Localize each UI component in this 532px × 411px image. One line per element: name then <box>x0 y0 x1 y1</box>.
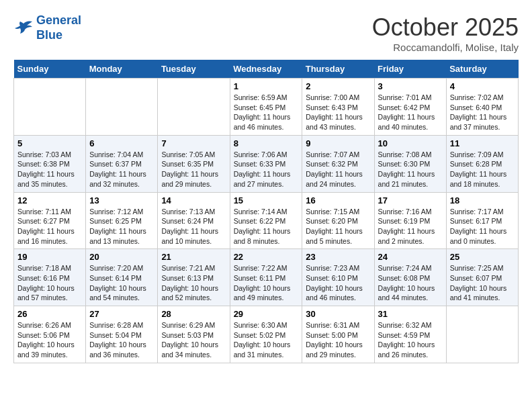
title-block: October 2025 Roccamandolfi, Molise, Ital… <box>372 13 519 53</box>
logo-icon <box>13 20 34 36</box>
day-info: Sunrise: 7:00 AM Sunset: 6:43 PM Dayligh… <box>306 93 370 132</box>
calendar-cell: 3Sunrise: 7:01 AM Sunset: 6:42 PM Daylig… <box>374 79 446 136</box>
calendar-cell: 22Sunrise: 7:22 AM Sunset: 6:11 PM Dayli… <box>230 249 302 306</box>
calendar-cell: 13Sunrise: 7:12 AM Sunset: 6:25 PM Dayli… <box>86 192 158 249</box>
calendar-cell: 12Sunrise: 7:11 AM Sunset: 6:27 PM Dayli… <box>14 192 86 249</box>
day-number: 26 <box>17 309 82 319</box>
day-info: Sunrise: 7:21 AM Sunset: 6:13 PM Dayligh… <box>161 263 226 303</box>
weekday-header: Thursday <box>302 60 374 79</box>
day-number: 30 <box>306 309 370 319</box>
calendar-cell <box>86 79 158 136</box>
calendar-table: SundayMondayTuesdayWednesdayThursdayFrid… <box>13 60 519 363</box>
day-info: Sunrise: 6:31 AM Sunset: 5:00 PM Dayligh… <box>306 320 370 360</box>
day-info: Sunrise: 6:32 AM Sunset: 4:59 PM Dayligh… <box>378 320 443 360</box>
calendar-cell: 27Sunrise: 6:28 AM Sunset: 5:04 PM Dayli… <box>86 306 158 363</box>
day-number: 24 <box>378 252 443 262</box>
day-info: Sunrise: 7:20 AM Sunset: 6:14 PM Dayligh… <box>89 263 154 303</box>
day-info: Sunrise: 7:08 AM Sunset: 6:30 PM Dayligh… <box>378 150 443 189</box>
day-number: 10 <box>378 138 443 148</box>
logo: General Blue <box>13 13 81 42</box>
day-number: 20 <box>89 252 154 262</box>
location: Roccamandolfi, Molise, Italy <box>372 42 519 53</box>
day-info: Sunrise: 7:14 AM Sunset: 6:22 PM Dayligh… <box>234 207 299 246</box>
day-info: Sunrise: 7:16 AM Sunset: 6:19 PM Dayligh… <box>378 207 443 246</box>
day-number: 3 <box>378 81 443 91</box>
calendar-cell: 5Sunrise: 7:03 AM Sunset: 6:38 PM Daylig… <box>14 135 86 192</box>
calendar-cell: 4Sunrise: 7:02 AM Sunset: 6:40 PM Daylig… <box>446 79 518 136</box>
weekday-header: Friday <box>374 60 446 79</box>
day-info: Sunrise: 7:02 AM Sunset: 6:40 PM Dayligh… <box>450 93 515 132</box>
calendar-cell: 28Sunrise: 6:29 AM Sunset: 5:03 PM Dayli… <box>158 306 230 363</box>
calendar-cell: 8Sunrise: 7:06 AM Sunset: 6:33 PM Daylig… <box>230 135 302 192</box>
day-info: Sunrise: 6:30 AM Sunset: 5:02 PM Dayligh… <box>234 320 299 360</box>
calendar-week-row: 12Sunrise: 7:11 AM Sunset: 6:27 PM Dayli… <box>14 192 519 249</box>
calendar-cell: 20Sunrise: 7:20 AM Sunset: 6:14 PM Dayli… <box>86 249 158 306</box>
day-number: 5 <box>17 138 82 148</box>
day-number: 22 <box>234 252 299 262</box>
day-number: 8 <box>234 138 299 148</box>
day-info: Sunrise: 6:26 AM Sunset: 5:06 PM Dayligh… <box>17 320 82 360</box>
day-info: Sunrise: 7:04 AM Sunset: 6:37 PM Dayligh… <box>89 150 154 189</box>
weekday-header: Monday <box>86 60 158 79</box>
day-number: 28 <box>161 309 226 319</box>
calendar-cell: 10Sunrise: 7:08 AM Sunset: 6:30 PM Dayli… <box>374 135 446 192</box>
calendar-cell: 2Sunrise: 7:00 AM Sunset: 6:43 PM Daylig… <box>302 79 374 136</box>
calendar-cell: 6Sunrise: 7:04 AM Sunset: 6:37 PM Daylig… <box>86 135 158 192</box>
month-title: October 2025 <box>372 13 519 42</box>
day-number: 4 <box>450 81 515 91</box>
calendar-week-row: 19Sunrise: 7:18 AM Sunset: 6:16 PM Dayli… <box>14 249 519 306</box>
day-number: 25 <box>450 252 515 262</box>
calendar-cell: 9Sunrise: 7:07 AM Sunset: 6:32 PM Daylig… <box>302 135 374 192</box>
calendar-week-row: 5Sunrise: 7:03 AM Sunset: 6:38 PM Daylig… <box>14 135 519 192</box>
calendar-cell: 18Sunrise: 7:17 AM Sunset: 6:17 PM Dayli… <box>446 192 518 249</box>
calendar-cell: 23Sunrise: 7:23 AM Sunset: 6:10 PM Dayli… <box>302 249 374 306</box>
calendar-cell: 30Sunrise: 6:31 AM Sunset: 5:00 PM Dayli… <box>302 306 374 363</box>
calendar-cell: 26Sunrise: 6:26 AM Sunset: 5:06 PM Dayli… <box>14 306 86 363</box>
calendar-cell: 31Sunrise: 6:32 AM Sunset: 4:59 PM Dayli… <box>374 306 446 363</box>
weekday-header: Tuesday <box>158 60 230 79</box>
calendar-week-row: 1Sunrise: 6:59 AM Sunset: 6:45 PM Daylig… <box>14 79 519 136</box>
day-info: Sunrise: 7:22 AM Sunset: 6:11 PM Dayligh… <box>234 263 299 303</box>
calendar-cell <box>446 306 518 363</box>
day-number: 2 <box>306 81 370 91</box>
calendar-cell <box>14 79 86 136</box>
day-number: 17 <box>378 195 443 205</box>
day-number: 23 <box>306 252 370 262</box>
day-number: 19 <box>17 252 82 262</box>
calendar-cell <box>158 79 230 136</box>
calendar-cell: 14Sunrise: 7:13 AM Sunset: 6:24 PM Dayli… <box>158 192 230 249</box>
day-info: Sunrise: 7:24 AM Sunset: 6:08 PM Dayligh… <box>378 263 443 303</box>
day-info: Sunrise: 7:17 AM Sunset: 6:17 PM Dayligh… <box>450 207 515 246</box>
day-number: 14 <box>161 195 226 205</box>
calendar-cell: 21Sunrise: 7:21 AM Sunset: 6:13 PM Dayli… <box>158 249 230 306</box>
calendar-cell: 24Sunrise: 7:24 AM Sunset: 6:08 PM Dayli… <box>374 249 446 306</box>
day-info: Sunrise: 7:11 AM Sunset: 6:27 PM Dayligh… <box>17 207 82 246</box>
calendar-cell: 1Sunrise: 6:59 AM Sunset: 6:45 PM Daylig… <box>230 79 302 136</box>
calendar-cell: 17Sunrise: 7:16 AM Sunset: 6:19 PM Dayli… <box>374 192 446 249</box>
calendar-cell: 25Sunrise: 7:25 AM Sunset: 6:07 PM Dayli… <box>446 249 518 306</box>
logo-text: General Blue <box>36 13 81 42</box>
calendar-cell: 11Sunrise: 7:09 AM Sunset: 6:28 PM Dayli… <box>446 135 518 192</box>
calendar-week-row: 26Sunrise: 6:26 AM Sunset: 5:06 PM Dayli… <box>14 306 519 363</box>
calendar-cell: 19Sunrise: 7:18 AM Sunset: 6:16 PM Dayli… <box>14 249 86 306</box>
day-number: 9 <box>306 138 370 148</box>
day-number: 13 <box>89 195 154 205</box>
calendar-cell: 7Sunrise: 7:05 AM Sunset: 6:35 PM Daylig… <box>158 135 230 192</box>
day-info: Sunrise: 7:07 AM Sunset: 6:32 PM Dayligh… <box>306 150 370 189</box>
day-info: Sunrise: 7:25 AM Sunset: 6:07 PM Dayligh… <box>450 263 515 303</box>
calendar-cell: 16Sunrise: 7:15 AM Sunset: 6:20 PM Dayli… <box>302 192 374 249</box>
day-number: 15 <box>234 195 299 205</box>
day-info: Sunrise: 7:18 AM Sunset: 6:16 PM Dayligh… <box>17 263 82 303</box>
day-info: Sunrise: 7:12 AM Sunset: 6:25 PM Dayligh… <box>89 207 154 246</box>
day-number: 12 <box>17 195 82 205</box>
day-info: Sunrise: 7:05 AM Sunset: 6:35 PM Dayligh… <box>161 150 226 189</box>
weekday-header: Wednesday <box>230 60 302 79</box>
day-number: 29 <box>234 309 299 319</box>
weekday-header: Saturday <box>446 60 518 79</box>
day-info: Sunrise: 7:15 AM Sunset: 6:20 PM Dayligh… <box>306 207 370 246</box>
day-info: Sunrise: 6:59 AM Sunset: 6:45 PM Dayligh… <box>234 93 299 132</box>
calendar-cell: 29Sunrise: 6:30 AM Sunset: 5:02 PM Dayli… <box>230 306 302 363</box>
day-info: Sunrise: 7:23 AM Sunset: 6:10 PM Dayligh… <box>306 263 370 303</box>
day-info: Sunrise: 7:01 AM Sunset: 6:42 PM Dayligh… <box>378 93 443 132</box>
day-info: Sunrise: 7:09 AM Sunset: 6:28 PM Dayligh… <box>450 150 515 189</box>
